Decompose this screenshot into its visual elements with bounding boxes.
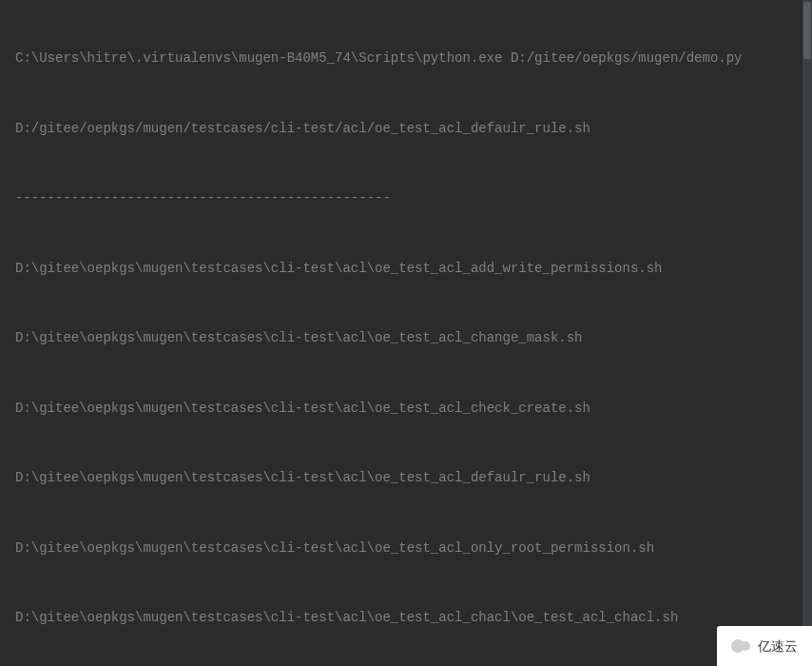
output-line: C:\Users\hitre\.virtualenvs\mugen-B40M5_… (15, 47, 812, 70)
watermark-text: 亿速云 (758, 635, 798, 658)
terminal-output[interactable]: C:\Users\hitre\.virtualenvs\mugen-B40M5_… (0, 0, 812, 666)
output-line: ----------------------------------------… (15, 186, 812, 210)
vertical-scrollbar[interactable] (802, 0, 812, 666)
output-line: D:\gitee\oepkgs\mugen\testcases\cli-test… (15, 326, 812, 350)
watermark-badge: 亿速云 (717, 626, 812, 666)
output-line: D:\gitee\oepkgs\mugen\testcases\cli-test… (15, 466, 812, 490)
output-line: D:\gitee\oepkgs\mugen\testcases\cli-test… (15, 397, 812, 421)
scrollbar-thumb[interactable] (803, 2, 811, 59)
output-line: D:/gitee/oepkgs/mugen/testcases/cli-test… (15, 117, 812, 141)
output-line: D:\gitee\oepkgs\mugen\testcases\cli-test… (15, 257, 812, 281)
cloud-icon (731, 639, 752, 653)
output-line: D:\gitee\oepkgs\mugen\testcases\cli-test… (15, 606, 812, 630)
output-line: D:\gitee\oepkgs\mugen\testcases\cli-test… (15, 537, 812, 560)
